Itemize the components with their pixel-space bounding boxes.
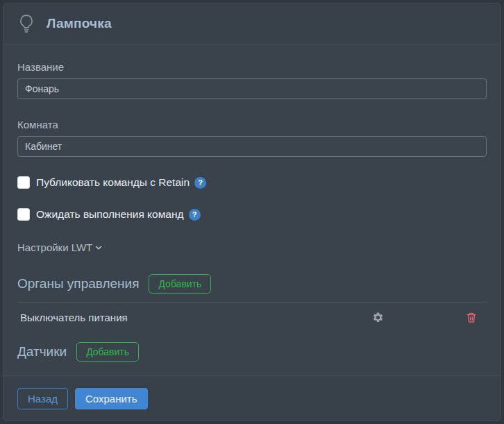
lwt-settings-toggle[interactable]: Настройки LWT (17, 241, 103, 253)
device-card: Лампочка Название Комната Публиковать ко… (3, 3, 501, 421)
lwt-settings-label: Настройки LWT (17, 241, 92, 253)
card-body: Название Комната Публиковать команды с R… (3, 44, 501, 375)
trash-icon[interactable] (466, 312, 477, 323)
sensors-section-header: Датчики Добавить (17, 342, 487, 362)
wait-checkbox-row: Ожидать выполнения команд ? (17, 208, 487, 221)
control-item-name: Выключатель питания (20, 312, 372, 323)
page-title: Лампочка (47, 16, 112, 31)
room-input[interactable] (17, 136, 487, 157)
name-field-label: Название (17, 61, 487, 73)
controls-section-header: Органы управления Добавить (17, 274, 487, 294)
question-circle-icon[interactable]: ? (189, 209, 201, 221)
card-header: Лампочка (3, 3, 501, 44)
controls-heading: Органы управления (17, 276, 139, 291)
retain-checkbox[interactable] (17, 176, 30, 189)
control-list-item: Выключатель питания (17, 302, 487, 332)
card-footer: Назад Сохранить (3, 375, 501, 421)
question-circle-icon[interactable]: ? (194, 177, 206, 189)
lightbulb-icon (17, 13, 35, 34)
wait-checkbox-label: Ожидать выполнения команд (36, 208, 184, 221)
retain-checkbox-row: Публиковать команды с Retain ? (17, 176, 487, 189)
room-field-label: Комната (17, 119, 487, 130)
sensors-heading: Датчики (17, 344, 67, 359)
add-control-button[interactable]: Добавить (149, 274, 211, 294)
retain-checkbox-label: Публиковать команды с Retain (36, 176, 190, 189)
name-input[interactable] (17, 78, 487, 99)
wait-checkbox[interactable] (17, 208, 30, 221)
save-button[interactable]: Сохранить (75, 388, 148, 409)
add-sensor-button[interactable]: Добавить (76, 342, 139, 362)
back-button[interactable]: Назад (17, 388, 68, 409)
gear-icon[interactable] (372, 312, 384, 323)
chevron-down-icon (94, 243, 103, 253)
